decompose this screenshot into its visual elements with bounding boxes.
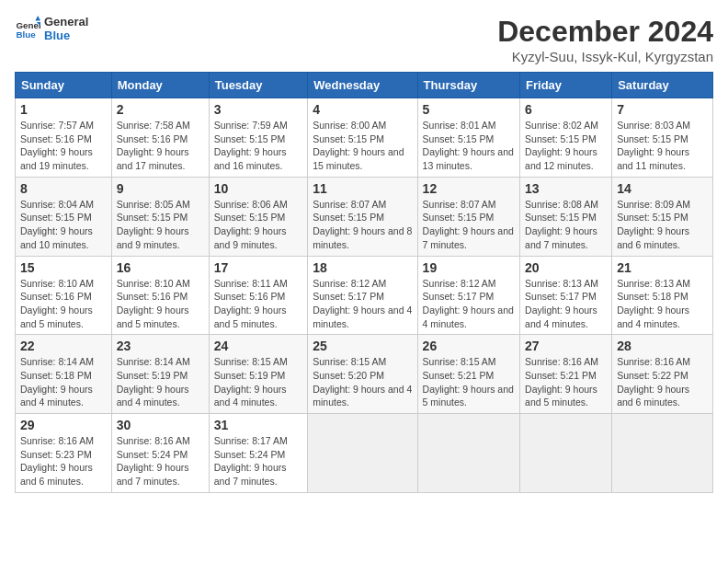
day-number: 6	[525, 102, 607, 117]
calendar-week-2: 8Sunrise: 8:04 AMSunset: 5:15 PMDaylight…	[16, 177, 713, 256]
calendar-cell: 20Sunrise: 8:13 AMSunset: 5:17 PMDayligh…	[520, 256, 612, 335]
day-info: Sunrise: 8:15 AMSunset: 5:20 PMDaylight:…	[313, 355, 412, 409]
day-info: Sunrise: 8:06 AMSunset: 5:15 PMDaylight:…	[214, 198, 303, 252]
day-info: Sunrise: 8:07 AMSunset: 5:15 PMDaylight:…	[313, 198, 412, 252]
day-number: 21	[617, 260, 708, 275]
day-info: Sunrise: 8:16 AMSunset: 5:21 PMDaylight:…	[525, 355, 607, 409]
day-number: 17	[214, 260, 303, 275]
day-number: 25	[313, 339, 412, 353]
day-number: 15	[20, 260, 107, 275]
day-number: 16	[117, 260, 204, 275]
calendar-cell: 30Sunrise: 8:16 AMSunset: 5:24 PMDayligh…	[111, 414, 209, 493]
svg-marker-2	[35, 16, 40, 21]
calendar-cell	[520, 414, 612, 493]
day-number: 27	[525, 339, 607, 353]
day-info: Sunrise: 8:16 AMSunset: 5:24 PMDaylight:…	[117, 434, 204, 488]
day-number: 30	[117, 418, 204, 432]
calendar-cell: 6Sunrise: 8:02 AMSunset: 5:15 PMDaylight…	[520, 98, 612, 178]
day-info: Sunrise: 8:14 AMSunset: 5:19 PMDaylight:…	[117, 355, 204, 409]
day-number: 9	[117, 181, 204, 196]
svg-text:Blue: Blue	[16, 29, 36, 40]
calendar-cell: 8Sunrise: 8:04 AMSunset: 5:15 PMDaylight…	[16, 177, 112, 256]
weekday-thursday: Thursday	[417, 73, 519, 98]
calendar-cell: 18Sunrise: 8:12 AMSunset: 5:17 PMDayligh…	[308, 256, 417, 335]
day-info: Sunrise: 8:13 AMSunset: 5:17 PMDaylight:…	[525, 277, 607, 331]
weekday-friday: Friday	[520, 73, 612, 98]
weekday-saturday: Saturday	[612, 73, 713, 98]
calendar-cell: 15Sunrise: 8:10 AMSunset: 5:16 PMDayligh…	[16, 256, 112, 335]
logo: General Blue General Blue	[15, 15, 88, 42]
day-info: Sunrise: 8:12 AMSunset: 5:17 PMDaylight:…	[423, 277, 515, 331]
day-info: Sunrise: 8:13 AMSunset: 5:18 PMDaylight:…	[617, 277, 708, 331]
calendar-cell: 12Sunrise: 8:07 AMSunset: 5:15 PMDayligh…	[417, 177, 519, 256]
day-number: 20	[525, 260, 607, 275]
calendar-week-1: 1Sunrise: 7:57 AMSunset: 5:16 PMDaylight…	[16, 98, 713, 178]
day-number: 31	[214, 418, 303, 432]
day-info: Sunrise: 8:10 AMSunset: 5:16 PMDaylight:…	[117, 277, 204, 331]
calendar-cell: 31Sunrise: 8:17 AMSunset: 5:24 PMDayligh…	[209, 414, 308, 493]
calendar-week-5: 29Sunrise: 8:16 AMSunset: 5:23 PMDayligh…	[16, 414, 713, 493]
calendar-cell: 1Sunrise: 7:57 AMSunset: 5:16 PMDaylight…	[16, 98, 112, 178]
calendar-cell: 26Sunrise: 8:15 AMSunset: 5:21 PMDayligh…	[417, 335, 519, 414]
calendar-week-4: 22Sunrise: 8:14 AMSunset: 5:18 PMDayligh…	[16, 335, 713, 414]
calendar-cell	[308, 414, 417, 493]
day-number: 19	[423, 260, 515, 275]
calendar-title: December 2024	[497, 15, 713, 49]
day-number: 8	[20, 181, 107, 196]
calendar-cell: 10Sunrise: 8:06 AMSunset: 5:15 PMDayligh…	[209, 177, 308, 256]
day-number: 2	[117, 102, 204, 117]
calendar-cell: 17Sunrise: 8:11 AMSunset: 5:16 PMDayligh…	[209, 256, 308, 335]
calendar-cell: 16Sunrise: 8:10 AMSunset: 5:16 PMDayligh…	[111, 256, 209, 335]
day-number: 11	[313, 181, 412, 196]
calendar-cell: 27Sunrise: 8:16 AMSunset: 5:21 PMDayligh…	[520, 335, 612, 414]
calendar-cell: 7Sunrise: 8:03 AMSunset: 5:15 PMDaylight…	[612, 98, 713, 178]
calendar-subtitle: Kyzyl-Suu, Issyk-Kul, Kyrgyzstan	[497, 49, 713, 64]
day-info: Sunrise: 8:12 AMSunset: 5:17 PMDaylight:…	[313, 277, 412, 331]
day-number: 13	[525, 181, 607, 196]
day-info: Sunrise: 7:59 AMSunset: 5:15 PMDaylight:…	[214, 119, 303, 173]
page-header: General Blue General Blue December 2024 …	[15, 15, 713, 64]
day-info: Sunrise: 8:09 AMSunset: 5:15 PMDaylight:…	[617, 198, 708, 252]
day-number: 29	[20, 418, 107, 432]
day-number: 14	[617, 181, 708, 196]
day-info: Sunrise: 8:05 AMSunset: 5:15 PMDaylight:…	[117, 198, 204, 252]
logo-general: General	[44, 15, 88, 29]
day-info: Sunrise: 8:02 AMSunset: 5:15 PMDaylight:…	[525, 119, 607, 173]
calendar-cell: 2Sunrise: 7:58 AMSunset: 5:16 PMDaylight…	[111, 98, 209, 178]
weekday-wednesday: Wednesday	[308, 73, 417, 98]
day-number: 4	[313, 102, 412, 117]
calendar-week-3: 15Sunrise: 8:10 AMSunset: 5:16 PMDayligh…	[16, 256, 713, 335]
day-info: Sunrise: 8:10 AMSunset: 5:16 PMDaylight:…	[20, 277, 107, 331]
calendar-cell: 14Sunrise: 8:09 AMSunset: 5:15 PMDayligh…	[612, 177, 713, 256]
logo-blue: Blue	[44, 29, 88, 42]
title-block: December 2024 Kyzyl-Suu, Issyk-Kul, Kyrg…	[497, 15, 713, 64]
day-info: Sunrise: 8:16 AMSunset: 5:23 PMDaylight:…	[20, 434, 107, 488]
weekday-tuesday: Tuesday	[209, 73, 308, 98]
day-info: Sunrise: 8:04 AMSunset: 5:15 PMDaylight:…	[20, 198, 107, 252]
calendar-cell: 4Sunrise: 8:00 AMSunset: 5:15 PMDaylight…	[308, 98, 417, 178]
calendar-cell: 13Sunrise: 8:08 AMSunset: 5:15 PMDayligh…	[520, 177, 612, 256]
logo-icon: General Blue	[15, 16, 40, 41]
day-info: Sunrise: 8:11 AMSunset: 5:16 PMDaylight:…	[214, 277, 303, 331]
calendar-cell: 9Sunrise: 8:05 AMSunset: 5:15 PMDaylight…	[111, 177, 209, 256]
calendar-cell: 22Sunrise: 8:14 AMSunset: 5:18 PMDayligh…	[16, 335, 112, 414]
day-number: 22	[20, 339, 107, 353]
day-number: 10	[214, 181, 303, 196]
day-info: Sunrise: 8:03 AMSunset: 5:15 PMDaylight:…	[617, 119, 708, 173]
calendar-cell: 3Sunrise: 7:59 AMSunset: 5:15 PMDaylight…	[209, 98, 308, 178]
day-number: 26	[423, 339, 515, 353]
calendar-cell	[612, 414, 713, 493]
day-number: 28	[617, 339, 708, 353]
day-info: Sunrise: 7:58 AMSunset: 5:16 PMDaylight:…	[117, 119, 204, 173]
day-info: Sunrise: 8:15 AMSunset: 5:21 PMDaylight:…	[423, 355, 515, 409]
weekday-sunday: Sunday	[16, 73, 112, 98]
calendar-cell: 5Sunrise: 8:01 AMSunset: 5:15 PMDaylight…	[417, 98, 519, 178]
day-info: Sunrise: 8:15 AMSunset: 5:19 PMDaylight:…	[214, 355, 303, 409]
day-number: 18	[313, 260, 412, 275]
calendar-cell: 23Sunrise: 8:14 AMSunset: 5:19 PMDayligh…	[111, 335, 209, 414]
day-number: 12	[423, 181, 515, 196]
day-info: Sunrise: 8:08 AMSunset: 5:15 PMDaylight:…	[525, 198, 607, 252]
day-number: 3	[214, 102, 303, 117]
day-number: 5	[423, 102, 515, 117]
day-info: Sunrise: 8:07 AMSunset: 5:15 PMDaylight:…	[423, 198, 515, 252]
